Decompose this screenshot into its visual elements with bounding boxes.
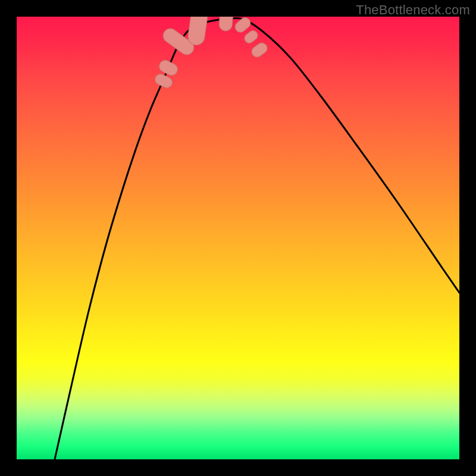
curve-marker [187,17,209,46]
svg-rect-3 [187,17,209,46]
chart-frame: TheBottleneck.com [0,0,476,476]
markers-group [154,17,270,89]
svg-rect-4 [218,17,233,32]
svg-rect-6 [243,29,260,45]
curve-marker [243,29,260,45]
watermark-text: TheBottleneck.com [356,2,470,18]
svg-rect-7 [249,40,269,59]
plot-area [17,17,459,459]
curve-marker [218,17,233,32]
curve-marker [249,40,269,59]
chart-svg [17,17,459,459]
curve-group [55,18,459,459]
bottleneck-curve [55,18,459,459]
